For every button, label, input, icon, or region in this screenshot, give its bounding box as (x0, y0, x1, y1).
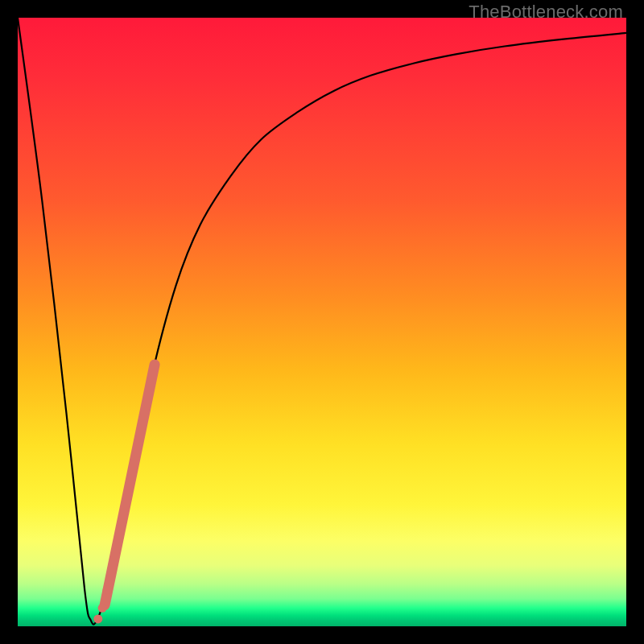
chart-svg (18, 18, 626, 626)
accent-segment (105, 365, 155, 605)
bottleneck-curve (18, 18, 626, 625)
accent-dot (103, 585, 112, 594)
watermark-text: TheBottleneck.com (469, 2, 623, 23)
accent-dot (93, 614, 102, 623)
chart-frame: TheBottleneck.com (0, 0, 644, 644)
accent-dot (98, 604, 107, 613)
